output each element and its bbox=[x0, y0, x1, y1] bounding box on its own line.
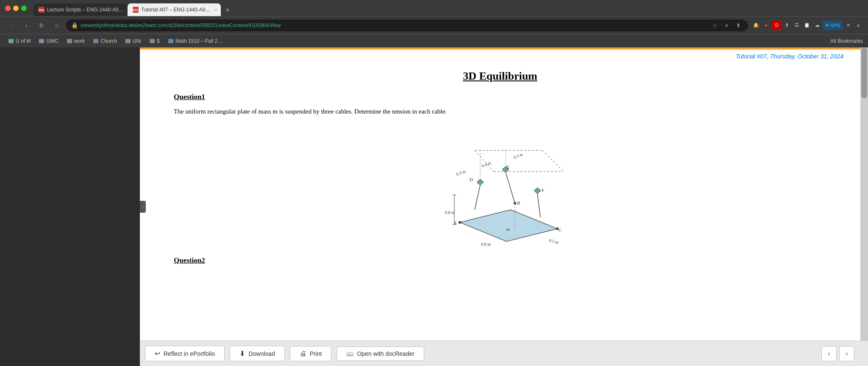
bookmark-uofm[interactable]: U of M bbox=[5, 37, 34, 45]
extension-2[interactable]: 🔺 bbox=[762, 21, 771, 30]
svg-text:0.8 m: 0.8 m bbox=[481, 242, 491, 247]
open-docreader-button[interactable]: 📖 Open with docReader bbox=[337, 347, 424, 361]
extension-5[interactable]: ☰ bbox=[792, 21, 801, 30]
print-label: Print bbox=[310, 350, 322, 357]
bookmark-uofm-label: U of M bbox=[16, 38, 31, 44]
tab-lecture-scripts[interactable]: D2L Lecture Scripts – ENG-1440-A0… × bbox=[33, 3, 127, 16]
svg-line-18 bbox=[506, 172, 515, 203]
bookmark-uni-icon bbox=[125, 39, 131, 43]
extension-4[interactable]: ⬆ bbox=[782, 21, 791, 30]
forward-button[interactable]: › bbox=[20, 19, 32, 31]
tutorial-header-text: Tutorial #07, Thursday, October 31, 2024 bbox=[736, 53, 843, 60]
print-button[interactable]: 🖨 Print bbox=[290, 346, 332, 361]
scrollbar-thumb[interactable] bbox=[861, 47, 867, 98]
download-label: Download bbox=[248, 350, 275, 357]
bookmark-math-icon bbox=[168, 39, 173, 43]
vpn-label: VPN bbox=[830, 23, 840, 28]
next-page-button[interactable]: › bbox=[839, 346, 854, 361]
extension-icons: 🔔 🔺 D ⬆ ☰ 📋 ☁ ⊕ VPN ✕ ≡ bbox=[751, 21, 863, 30]
document-title: 3D Equilibrium bbox=[174, 70, 826, 83]
document-panel: Tutorial #07, Thursday, October 31, 2024… bbox=[140, 47, 860, 341]
title-bar: D2L Lecture Scripts – ENG-1440-A0… × D2L… bbox=[0, 0, 868, 16]
svg-text:B: B bbox=[517, 200, 520, 205]
next-page-icon: › bbox=[846, 350, 848, 358]
question1-text: The uniform rectangular plate of mass m … bbox=[174, 106, 826, 116]
scrollbar-right[interactable] bbox=[860, 47, 868, 341]
sidebar-left: › bbox=[0, 47, 140, 366]
address-bar[interactable]: 🔒 universityofmanitoba.desire2learn.com/… bbox=[66, 19, 748, 31]
maximize-button[interactable] bbox=[21, 6, 27, 11]
document-content: 3D Equilibrium Question1 The uniform rec… bbox=[140, 61, 860, 273]
reflect-button[interactable]: ↩ Reflect in ePortfolio bbox=[145, 346, 225, 361]
bookmarks-bar: U of M UWC work Church UNi $ Math 1510 –… bbox=[0, 34, 868, 47]
svg-text:m: m bbox=[506, 227, 510, 232]
extension-3[interactable]: D bbox=[772, 21, 781, 30]
bookmark-uni[interactable]: UNi bbox=[122, 37, 145, 45]
bottom-toolbar-area: ↩ Reflect in ePortfolio ⬇ Download 🖨 Pri… bbox=[140, 341, 868, 366]
bookmark-church-label: Church bbox=[100, 38, 117, 44]
reflect-label: Reflect in ePortfolio bbox=[164, 350, 215, 357]
bookmark-dollar-icon bbox=[150, 39, 155, 43]
share-icon[interactable]: ⬆ bbox=[734, 21, 743, 30]
bookmark-work-icon bbox=[67, 39, 72, 43]
sidebar-toggle-button[interactable]: › bbox=[140, 201, 146, 213]
bookmark-church[interactable]: Church bbox=[90, 37, 120, 45]
bookmark-uwc-icon bbox=[39, 39, 44, 43]
bookmark-math[interactable]: Math 1510 – Fall 2… bbox=[165, 37, 226, 45]
tab-label-active: Tutorial #07 – ENG-1440-A0… bbox=[141, 7, 211, 13]
address-icons: ☆ ≡ ⬆ bbox=[710, 21, 743, 30]
home-button[interactable]: ⌂ bbox=[51, 19, 63, 31]
extension-1[interactable]: 🔔 bbox=[751, 21, 761, 30]
tutorial-header: Tutorial #07, Thursday, October 31, 2024 bbox=[140, 50, 860, 61]
open-docreader-label: Open with docReader bbox=[357, 350, 414, 357]
refresh-button[interactable]: ↻ bbox=[36, 19, 47, 31]
reflect-icon: ↩ bbox=[155, 349, 160, 358]
download-button[interactable]: ⬇ Download bbox=[230, 346, 284, 361]
svg-text:F: F bbox=[542, 188, 544, 193]
bookmark-uwc[interactable]: UWC bbox=[36, 37, 62, 45]
new-tab-button[interactable]: + bbox=[222, 4, 234, 16]
close-icon[interactable]: ✕ bbox=[843, 21, 853, 30]
bookmark-math-label: Math 1510 – Fall 2… bbox=[175, 38, 223, 44]
back-button[interactable]: ‹ bbox=[5, 19, 17, 31]
tab-close-active-button[interactable]: × bbox=[215, 7, 217, 13]
vpn-button[interactable]: ⊕ VPN bbox=[823, 21, 843, 30]
bookmark-work[interactable]: work bbox=[64, 37, 88, 45]
bookmark-uwc-label: UWC bbox=[46, 38, 58, 44]
d2l-favicon: D2L bbox=[39, 7, 45, 13]
bookmark-star-icon[interactable]: ☆ bbox=[710, 21, 719, 30]
svg-text:0.3 m: 0.3 m bbox=[513, 152, 523, 160]
minimize-button[interactable] bbox=[13, 6, 19, 11]
bookmark-dollar[interactable]: $ bbox=[146, 37, 163, 45]
equilibrium-diagram: A B C D E bbox=[432, 125, 568, 248]
vpn-icon: ⊕ bbox=[825, 22, 829, 28]
question1-title: Question1 bbox=[174, 93, 826, 101]
bookmark-dollar-label: $ bbox=[157, 38, 160, 44]
reader-view-icon[interactable]: ≡ bbox=[722, 21, 731, 30]
svg-point-5 bbox=[459, 221, 461, 224]
svg-text:E: E bbox=[506, 164, 509, 169]
svg-text:0.4 m: 0.4 m bbox=[481, 161, 492, 168]
tab-label: Lecture Scripts – ENG-1440-A0… bbox=[47, 7, 124, 13]
extension-6[interactable]: 📋 bbox=[802, 21, 812, 30]
docreader-icon: 📖 bbox=[346, 350, 353, 357]
question2-title: Question2 bbox=[174, 256, 826, 265]
svg-marker-4 bbox=[460, 210, 557, 241]
diagram-container: A B C D E bbox=[174, 125, 826, 248]
svg-text:0.5 m: 0.5 m bbox=[548, 238, 559, 245]
svg-marker-15 bbox=[534, 188, 541, 194]
bookmark-uofm-icon bbox=[8, 39, 14, 43]
tab-tutorial[interactable]: D2L Tutorial #07 – ENG-1440-A0… × bbox=[128, 3, 221, 16]
bookmark-uni-label: UNi bbox=[133, 38, 141, 44]
tabs: D2L Lecture Scripts – ENG-1440-A0… × D2L… bbox=[33, 0, 863, 16]
extension-7[interactable]: ☁ bbox=[812, 21, 822, 30]
all-bookmarks[interactable]: All Bookmarks bbox=[830, 38, 863, 44]
prev-page-icon: ‹ bbox=[828, 350, 830, 358]
menu-icon[interactable]: ≡ bbox=[854, 21, 863, 30]
close-button[interactable] bbox=[5, 6, 11, 11]
prev-page-button[interactable]: ‹ bbox=[821, 346, 837, 361]
d2l-favicon-active: D2L bbox=[133, 7, 139, 13]
svg-text:0.8 m: 0.8 m bbox=[445, 210, 455, 215]
bookmark-church-icon bbox=[93, 39, 98, 43]
svg-text:D: D bbox=[470, 177, 473, 182]
